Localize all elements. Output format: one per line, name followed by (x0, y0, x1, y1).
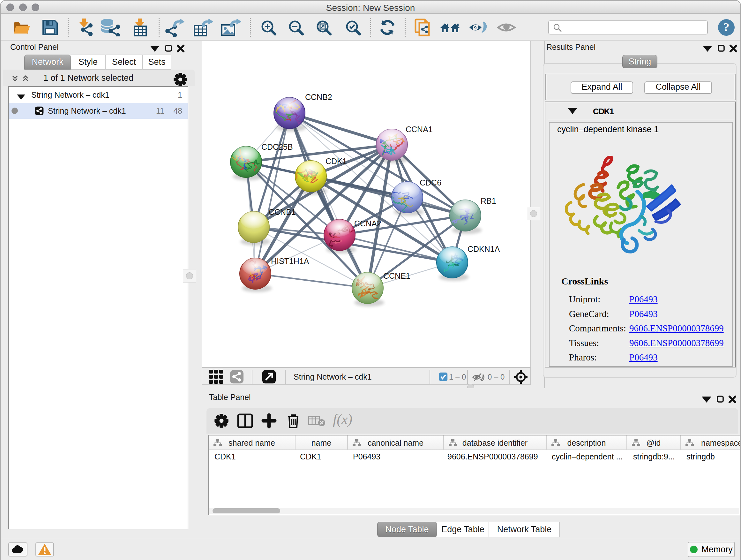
svg-text:CCNA2: CCNA2 (354, 219, 381, 228)
svg-text:CCNA1: CCNA1 (406, 125, 433, 134)
svg-text:CCNE1: CCNE1 (383, 271, 410, 280)
svg-text:?: ? (724, 20, 730, 34)
svg-text:CDC6: CDC6 (420, 178, 441, 187)
svg-text:CCNB1: CCNB1 (269, 207, 296, 216)
svg-text:HIST1H1A: HIST1H1A (271, 257, 309, 266)
svg-text:RB1: RB1 (481, 196, 496, 205)
svg-text:CDK1: CDK1 (326, 157, 347, 166)
svg-text:CDC25B: CDC25B (261, 142, 293, 151)
svg-text:CDKN1A: CDKN1A (468, 245, 500, 253)
svg-text:CCNB2: CCNB2 (305, 92, 332, 102)
